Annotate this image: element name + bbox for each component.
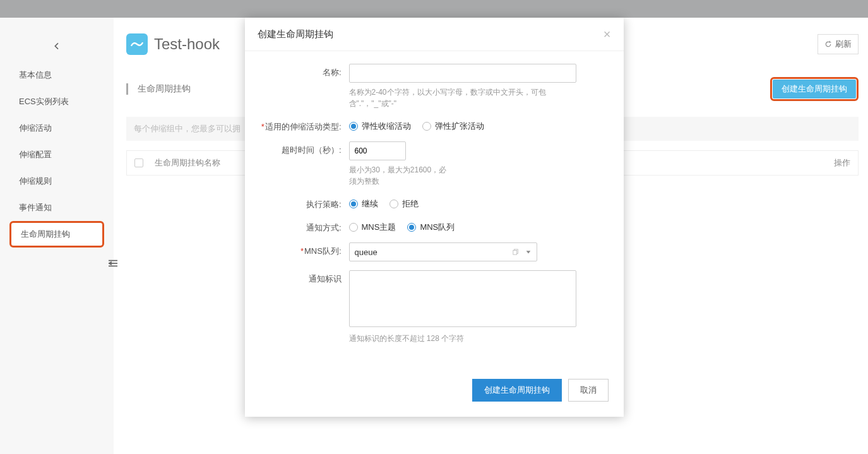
- sidebar: 基本信息 ECS实例列表 伸缩活动 伸缩配置 伸缩规则 事件通知 生命周期挂钩: [0, 18, 114, 454]
- label-activity-type: *适用的伸缩活动类型:: [258, 118, 349, 133]
- radio-icon: [349, 122, 358, 131]
- chevron-left-icon: [52, 41, 62, 51]
- sidebar-item-event-notify[interactable]: 事件通知: [0, 194, 114, 221]
- radio-scale-out[interactable]: 弹性扩张活动: [422, 121, 484, 132]
- modal-title: 创建生命周期挂钩: [258, 28, 333, 40]
- modal-footer: 创建生命周期挂钩 取消: [245, 369, 624, 417]
- section-title: 生命周期挂钩: [138, 83, 191, 95]
- modal-header: 创建生命周期挂钩 ×: [245, 18, 624, 51]
- name-input[interactable]: [349, 64, 576, 83]
- copy-icon: [513, 249, 519, 255]
- sidebar-item-scaling-rules[interactable]: 伸缩规则: [0, 168, 114, 194]
- label-notify-id: 通知标识: [258, 270, 349, 285]
- radio-mns-topic[interactable]: MNS主题: [349, 222, 396, 233]
- mns-queue-select[interactable]: queue: [349, 242, 537, 261]
- name-hint: 名称为2-40个字符，以大小写字母，数字或中文开头，可包含"."，"_"或"-": [349, 87, 564, 109]
- page-title: Test-hook: [154, 35, 220, 53]
- refresh-button[interactable]: 刷新: [817, 34, 859, 54]
- chevron-down-icon: [525, 249, 532, 255]
- label-policy: 执行策略:: [258, 196, 349, 210]
- radio-scale-in[interactable]: 弹性收缩活动: [349, 121, 411, 132]
- sidebar-item-basic-info[interactable]: 基本信息: [0, 62, 114, 88]
- svg-marker-6: [526, 251, 530, 253]
- modal-close-button[interactable]: ×: [603, 28, 611, 40]
- radio-continue[interactable]: 继续: [349, 198, 378, 210]
- radio-icon: [407, 223, 416, 232]
- select-all-checkbox[interactable]: [134, 158, 143, 167]
- radio-icon: [349, 200, 358, 208]
- section-bar: [126, 83, 128, 95]
- label-notify-method: 通知方式:: [258, 219, 349, 234]
- sidebar-item-lifecycle-hook[interactable]: 生命周期挂钩: [9, 221, 104, 248]
- refresh-label: 刷新: [835, 39, 852, 50]
- radio-mns-queue[interactable]: MNS队列: [407, 222, 455, 233]
- notify-id-textarea[interactable]: [349, 270, 576, 327]
- radio-icon: [422, 122, 431, 131]
- radio-reject[interactable]: 拒绝: [389, 198, 419, 210]
- timeout-hint: 最小为30，最大为21600，必须为整数: [349, 164, 450, 187]
- label-timeout: 超时时间（秒）:: [258, 141, 349, 156]
- top-band: [0, 0, 868, 18]
- radio-icon: [349, 223, 358, 232]
- refresh-icon: [824, 40, 832, 48]
- label-mns-queue: *MNS队列:: [258, 242, 349, 257]
- col-name: 生命周期挂钩名称: [155, 157, 220, 169]
- modal-cancel-button[interactable]: 取消: [568, 379, 609, 402]
- sidebar-item-scaling-config[interactable]: 伸缩配置: [0, 141, 114, 168]
- create-hook-modal: 创建生命周期挂钩 × 名称: 名称为2-40个字符，以大小写字母，数字或中文开头…: [245, 18, 624, 417]
- back-button[interactable]: [0, 30, 114, 62]
- radio-icon: [389, 200, 398, 208]
- svg-rect-5: [513, 251, 516, 255]
- collapse-icon: [109, 260, 117, 267]
- col-actions: 操作: [834, 157, 850, 169]
- app-logo-icon: [126, 33, 148, 55]
- create-hook-button[interactable]: 创建生命周期挂钩: [773, 80, 856, 99]
- modal-body: 名称: 名称为2-40个字符，以大小写字母，数字或中文开头，可包含"."，"_"…: [245, 51, 624, 369]
- sidebar-item-ecs-list[interactable]: ECS实例列表: [0, 88, 114, 115]
- svg-marker-3: [109, 261, 111, 265]
- notify-id-hint: 通知标识的长度不超过 128 个字符: [349, 333, 564, 344]
- select-value: queue: [355, 248, 378, 257]
- sidebar-collapse-toggle[interactable]: [107, 258, 119, 269]
- modal-submit-button[interactable]: 创建生命周期挂钩: [472, 379, 562, 402]
- create-hook-button-wrap: 创建生命周期挂钩: [770, 77, 859, 101]
- timeout-input[interactable]: [349, 141, 406, 160]
- label-name: 名称:: [258, 64, 349, 78]
- sidebar-item-scaling-activity[interactable]: 伸缩活动: [0, 115, 114, 141]
